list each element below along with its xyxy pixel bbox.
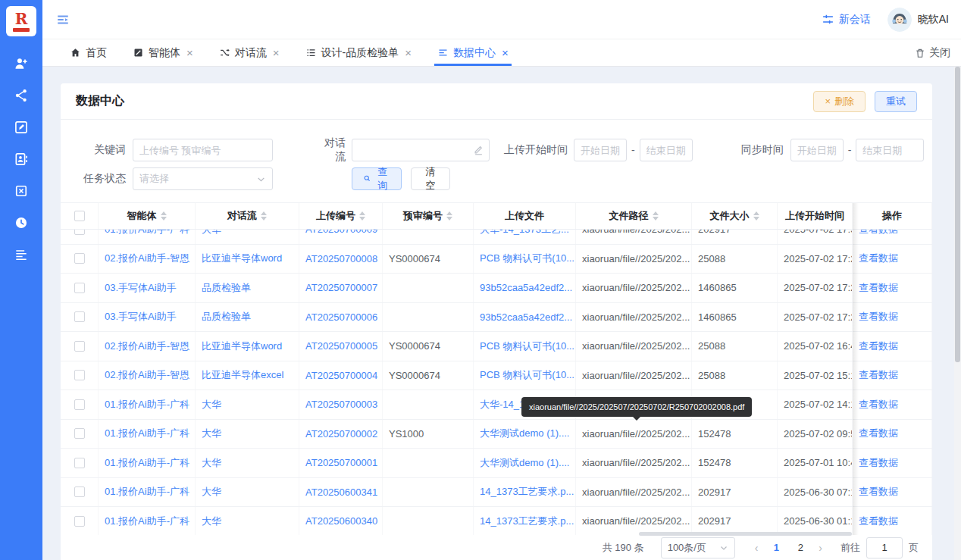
sort-carets-icon[interactable] [653, 211, 659, 221]
cell-file[interactable]: PCB 物料认可书(10... [474, 245, 576, 274]
avatar[interactable] [887, 8, 912, 32]
new-session-button[interactable]: 新会话 [822, 13, 871, 27]
view-data-link[interactable]: 查看数据 [853, 507, 932, 535]
delete-button[interactable]: × 删除 [813, 91, 866, 112]
sync-date-start[interactable] [790, 139, 844, 161]
cell-flow[interactable]: 大华 [196, 507, 299, 535]
row-checkbox[interactable] [61, 303, 99, 332]
row-checkbox[interactable] [61, 245, 99, 274]
row-checkbox[interactable] [61, 478, 99, 507]
cell-agent[interactable]: 01.报价Ai助手-广科 [99, 230, 196, 244]
cell-file[interactable]: 大华测试demo (1).... [474, 420, 576, 449]
row-checkbox[interactable] [61, 420, 99, 449]
sort-carets-icon[interactable] [359, 211, 365, 221]
cell-upload_no[interactable]: AT20250600341 [299, 478, 383, 507]
cell-upload_no[interactable]: AT20250700009 [299, 230, 383, 244]
column-header-文件路径[interactable]: 文件路径 [576, 203, 692, 229]
bot-icon[interactable] [14, 183, 29, 199]
view-data-link[interactable]: 查看数据 [853, 390, 932, 419]
cell-upload_no[interactable]: AT20250700001 [299, 449, 383, 477]
tab-close-icon[interactable]: × [186, 47, 193, 58]
next-page-button[interactable]: › [815, 542, 825, 554]
tab-close-icon[interactable]: × [273, 47, 280, 58]
cell-flow[interactable]: 大华 [196, 420, 299, 449]
cell-agent[interactable]: 02.报价Ai助手-智恩 [99, 332, 196, 361]
column-header-对话流[interactable]: 对话流 [196, 203, 299, 229]
cell-file[interactable]: 大华-14_1373工艺... [474, 230, 576, 244]
cell-agent[interactable]: 01.报价Ai助手-广科 [99, 420, 196, 449]
row-checkbox[interactable] [61, 507, 99, 535]
row-checkbox[interactable] [61, 274, 99, 302]
id-card-icon[interactable] [14, 152, 29, 167]
page-number-1[interactable]: 1 [767, 542, 785, 553]
upload-date-start[interactable] [574, 139, 627, 161]
status-select[interactable]: 请选择 [133, 167, 273, 190]
retry-button[interactable]: 重试 [875, 91, 917, 112]
search-button[interactable]: 查询 [352, 167, 402, 190]
view-data-link[interactable]: 查看数据 [853, 303, 932, 332]
tab-对话流[interactable]: 对话流× [219, 39, 280, 66]
keyword-input[interactable] [133, 139, 273, 161]
view-data-link[interactable]: 查看数据 [853, 449, 932, 477]
share-icon[interactable] [14, 88, 29, 103]
close-all-button[interactable]: 关闭 [915, 39, 950, 66]
cell-file[interactable]: 14_1373工艺要求.p... [474, 507, 576, 535]
cell-upload_no[interactable]: AT20250700002 [299, 420, 383, 449]
view-data-link[interactable]: 查看数据 [853, 478, 932, 507]
sort-carets-icon[interactable] [161, 211, 167, 221]
cell-upload_no[interactable]: AT20250700007 [299, 274, 383, 302]
row-checkbox[interactable] [61, 361, 99, 390]
cell-upload_no[interactable]: AT20250700006 [299, 303, 383, 332]
column-header-文件大小[interactable]: 文件大小 [692, 203, 778, 229]
cell-agent[interactable]: 03.手写体Ai助手 [99, 274, 196, 302]
view-data-link[interactable]: 查看数据 [853, 361, 932, 390]
column-header-上传编号[interactable]: 上传编号 [299, 203, 383, 229]
upload-date-end[interactable] [640, 139, 693, 161]
cell-flow[interactable]: 大华 [196, 449, 299, 477]
app-logo[interactable]: R [6, 6, 36, 36]
user-plus-icon[interactable] [14, 56, 29, 71]
sort-carets-icon[interactable] [446, 211, 452, 221]
edit-icon[interactable] [14, 120, 29, 135]
cell-agent[interactable]: 01.报价Ai助手-广科 [99, 478, 196, 507]
cell-agent[interactable]: 03.手写体Ai助手 [99, 303, 196, 332]
cell-agent[interactable]: 01.报价Ai助手-广科 [99, 449, 196, 477]
tab-智能体[interactable]: 智能体× [133, 39, 193, 66]
tab-设计-品质检验单[interactable]: 设计-品质检验单× [305, 39, 412, 66]
view-data-link[interactable]: 查看数据 [853, 274, 932, 302]
flow-input[interactable] [352, 139, 490, 161]
cell-flow[interactable]: 大华 [196, 230, 299, 244]
row-checkbox[interactable] [61, 390, 99, 419]
cell-flow[interactable]: 品质检验单 [196, 274, 299, 302]
cell-file[interactable]: PCB 物料认可书(10... [474, 361, 576, 390]
tab-close-icon[interactable]: × [405, 47, 412, 58]
view-data-link[interactable]: 查看数据 [853, 245, 932, 274]
sort-carets-icon[interactable] [261, 211, 267, 221]
row-checkbox[interactable] [61, 449, 99, 477]
cell-agent[interactable]: 02.报价Ai助手-智恩 [99, 245, 196, 274]
cell-file[interactable]: 93b52caa5a42edf2... [474, 303, 576, 332]
cell-agent[interactable]: 01.报价Ai助手-广科 [99, 507, 196, 535]
prev-page-button[interactable]: ‹ [752, 542, 762, 554]
cell-file[interactable]: 14_1373工艺要求.p... [474, 478, 576, 507]
tab-首页[interactable]: 首页 [70, 39, 107, 66]
horizontal-scrollbar[interactable] [639, 532, 852, 536]
cell-agent[interactable]: 01.报价Ai助手-广科 [99, 390, 196, 419]
cell-file[interactable]: 大华测试demo (1).... [474, 449, 576, 477]
select-all-checkbox[interactable] [61, 203, 99, 229]
clock-icon[interactable] [14, 215, 29, 230]
cell-agent[interactable]: 02.报价Ai助手-智恩 [99, 361, 196, 390]
collapse-menu-icon[interactable] [56, 13, 70, 27]
row-checkbox[interactable] [61, 332, 99, 361]
list-icon[interactable] [14, 247, 29, 262]
cell-upload_no[interactable]: AT20250700005 [299, 332, 383, 361]
tab-close-icon[interactable]: × [502, 47, 509, 58]
vertical-scrollbar-thumb[interactable] [955, 67, 960, 362]
tab-数据中心[interactable]: 数据中心× [437, 39, 509, 66]
cell-flow[interactable]: 比亚迪半导体excel [196, 361, 299, 390]
view-data-link[interactable]: 查看数据 [853, 332, 932, 361]
vertical-scrollbar-track[interactable] [954, 67, 961, 560]
sort-carets-icon[interactable] [753, 211, 759, 221]
view-data-link[interactable]: 查看数据 [853, 230, 932, 244]
cell-upload_no[interactable]: AT20250700003 [299, 390, 383, 419]
